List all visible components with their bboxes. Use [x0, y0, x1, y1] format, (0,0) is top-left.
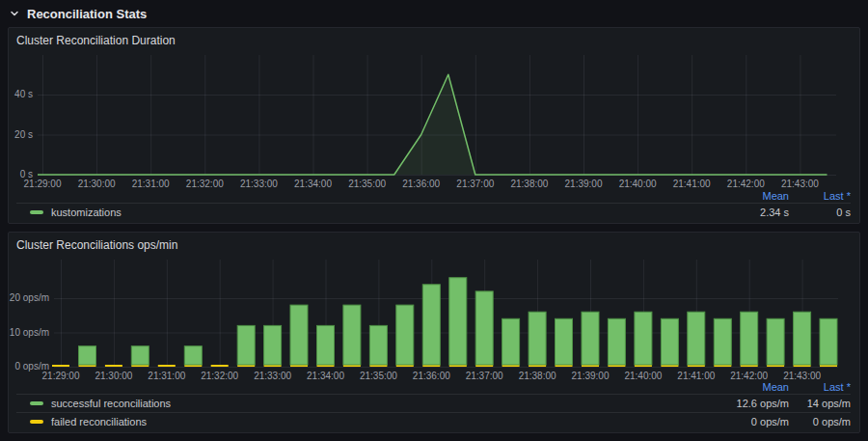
series-mean-value: 12.6 ops/m — [706, 398, 789, 409]
panel-cluster-reconciliations-ops-min: Cluster Reconciliations ops/min 21:29:00… — [8, 232, 860, 433]
bar-successful — [502, 318, 520, 365]
bar-successful — [396, 305, 414, 365]
bar-failed — [105, 365, 122, 367]
legend-sort-mean[interactable]: Mean — [706, 190, 789, 202]
series-toggle-kustomizations[interactable]: kustomizations — [16, 207, 706, 218]
legend-header: Mean Last * — [16, 379, 851, 394]
series-label: successful reconciliations — [51, 398, 171, 409]
legend-row-failed-reconciliations: failed reconciliations 0 ops/m 0 ops/m — [16, 412, 851, 430]
panel-cluster-reconciliation-duration: Cluster Reconciliation Duration 21:29:00… — [8, 27, 860, 224]
bar-failed — [211, 365, 229, 367]
bar-successful — [290, 305, 308, 365]
chevron-down-icon — [9, 8, 20, 19]
bar-successful — [794, 312, 811, 365]
bar-successful — [820, 318, 837, 365]
bar-successful — [529, 312, 546, 365]
series-toggle-failed[interactable]: failed reconciliations — [16, 416, 706, 427]
panel-title[interactable]: Cluster Reconciliation Duration — [16, 34, 176, 47]
series-label: failed reconciliations — [51, 416, 147, 427]
bar-successful — [237, 325, 255, 365]
duration-legend: Mean Last * kustomizations 2.34 s 0 s — [16, 188, 851, 221]
legend-header: Mean Last * — [16, 188, 851, 203]
series-last-value: 0 ops/m — [789, 416, 851, 427]
bar-successful — [317, 325, 335, 365]
bar-failed — [158, 365, 176, 367]
series-color-swatch[interactable] — [30, 420, 43, 424]
bar-successful — [661, 318, 678, 365]
series-color-swatch[interactable] — [30, 210, 43, 214]
series-area-fill — [38, 74, 827, 175]
legend-sort-last[interactable]: Last * — [789, 190, 851, 202]
series-last-value: 14 ops/m — [789, 398, 851, 409]
bar-successful — [635, 312, 652, 365]
bar-successful — [688, 312, 705, 365]
section-title: Reconciliation Stats — [27, 7, 147, 21]
bar-successful — [79, 346, 96, 365]
bar-successful — [264, 325, 282, 365]
series-last-value: 0 s — [789, 207, 851, 218]
bar-failed — [52, 365, 69, 367]
series-mean-value: 2.34 s — [706, 207, 789, 218]
ops-legend: Mean Last * successful reconciliations 1… — [16, 379, 851, 430]
bar-successful — [767, 318, 784, 365]
bar-successful — [475, 291, 493, 365]
section-row-reconciliation-stats[interactable]: Reconciliation Stats — [0, 0, 868, 27]
bar-successful — [714, 318, 731, 365]
series-color-swatch[interactable] — [30, 401, 43, 405]
bar-successful — [582, 312, 599, 365]
bar-successful — [422, 285, 440, 365]
bar-successful — [449, 278, 467, 365]
legend-sort-mean[interactable]: Mean — [706, 381, 789, 393]
bar-successful — [608, 318, 625, 365]
legend-row-successful-reconciliations: successful reconciliations 12.6 ops/m 14… — [16, 394, 851, 412]
bar-successful — [556, 318, 573, 365]
legend-sort-last[interactable]: Last * — [789, 381, 851, 393]
bar-successful — [369, 325, 387, 365]
series-toggle-successful[interactable]: successful reconciliations — [16, 398, 706, 409]
legend-row-kustomizations: kustomizations 2.34 s 0 s — [16, 203, 851, 221]
bar-successful — [131, 346, 149, 365]
series-mean-value: 0 ops/m — [706, 416, 789, 427]
panel-title[interactable]: Cluster Reconciliations ops/min — [16, 238, 177, 252]
bar-successful — [184, 346, 202, 365]
bar-successful — [741, 312, 758, 365]
bar-successful — [343, 305, 361, 365]
series-label: kustomizations — [51, 207, 122, 218]
